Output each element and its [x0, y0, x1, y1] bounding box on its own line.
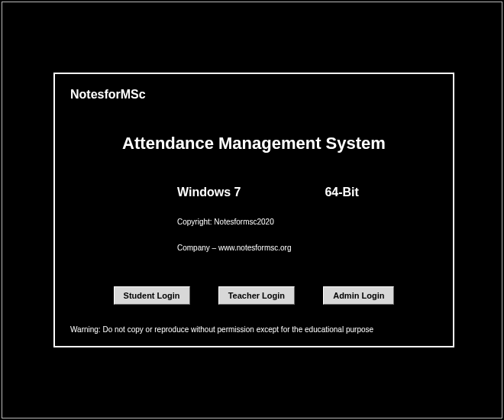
- student-login-button[interactable]: Student Login: [114, 286, 190, 305]
- brand-label: NotesforMSc: [70, 88, 438, 102]
- os-name: Windows 7: [177, 186, 241, 199]
- login-buttons-row: Student Login Teacher Login Admin Login: [55, 286, 453, 305]
- copyright-text: Copyright: Notesformsc2020: [177, 218, 438, 227]
- app-title: Attendance Management System: [70, 134, 438, 153]
- info-block: Copyright: Notesformsc2020 Company – www…: [177, 218, 438, 253]
- os-info-row: Windows 7 64-Bit: [70, 186, 438, 199]
- company-text: Company – www.notesformsc.org: [177, 244, 438, 253]
- admin-login-button[interactable]: Admin Login: [323, 286, 394, 305]
- os-bits: 64-Bit: [325, 186, 358, 199]
- splash-panel: NotesforMSc Attendance Management System…: [53, 73, 454, 347]
- warning-text: Warning: Do not copy or reproduce withou…: [70, 325, 373, 334]
- teacher-login-button[interactable]: Teacher Login: [218, 286, 295, 305]
